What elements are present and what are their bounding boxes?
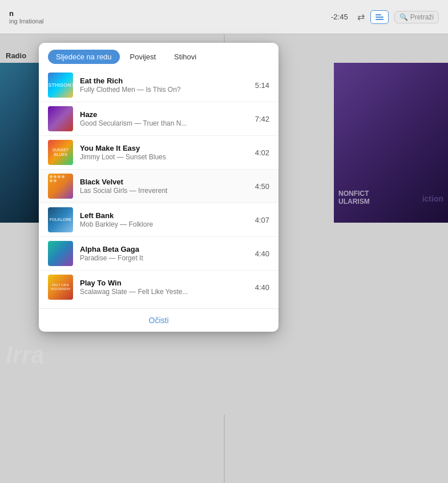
queue-button[interactable] (370, 10, 389, 24)
song-meta-7: Scalawag Slate — Felt Like Yeste... (80, 288, 248, 296)
song-duration-7: 4:40 (255, 283, 269, 292)
search-icon: 🔍 (399, 13, 408, 21)
queue-icon (376, 14, 384, 20)
song-info-5: Left Bank Mob Barkley — Folklore (80, 211, 248, 228)
song-info-3: You Make It Easy Jimmy Loot — Sunset Blu… (80, 144, 248, 161)
song-duration-5: 4:07 (255, 216, 269, 224)
top-bar-icons: ⇄ 🔍 Pretraži (357, 10, 439, 24)
song-title-6: Alpha Beta Gaga (80, 245, 248, 253)
album-art-4 (48, 174, 73, 199)
search-placeholder: Pretraži (410, 13, 434, 21)
list-item[interactable]: SUNSET BLUES You Make It Easy Jimmy Loot… (39, 136, 279, 170)
song-duration-2: 7:42 (255, 115, 269, 123)
time-remaining: -2:45 (331, 13, 348, 21)
shuffle-icon[interactable]: ⇄ (357, 11, 365, 22)
list-item[interactable]: Alpha Beta Gaga Paradise — Forget It 4:4… (39, 237, 279, 271)
song-duration-4: 4:50 (255, 182, 269, 191)
connector-line-bottom (224, 414, 224, 483)
song-list: ISTHISON? Eat the Rich Fully Clothed Men… (39, 64, 279, 308)
album-art-7: FELT LIKE YESTERDAY (48, 275, 73, 300)
album-art-2 (48, 106, 73, 131)
song-title-3: You Make It Easy (80, 144, 248, 152)
tab-next-in-queue[interactable]: Sljedeće na redu (48, 50, 120, 64)
song-duration-3: 4:02 (255, 148, 269, 157)
song-info-6: Alpha Beta Gaga Paradise — Forget It (80, 245, 248, 262)
song-info-1: Eat the Rich Fully Clothed Men — Is This… (80, 77, 248, 94)
tabs-bar: Sljedeće na redu Povijest Stihovi (39, 43, 279, 64)
song-title-5: Left Bank (80, 211, 248, 220)
queue-popup: Sljedeće na redu Povijest Stihovi ISTHIS… (39, 43, 279, 332)
song-meta-3: Jimmy Loot — Sunset Blues (80, 153, 248, 161)
now-playing-info: n ing Irrational (9, 9, 331, 25)
song-title-1: Eat the Rich (80, 77, 248, 85)
album-art-6 (48, 241, 73, 266)
song-meta-6: Paradise — Forget It (80, 254, 248, 262)
song-title-2: Haze (80, 110, 248, 119)
song-info-7: Play To Win Scalawag Slate — Felt Like Y… (80, 279, 248, 296)
list-item[interactable]: Haze Good Secularism — Truer than N... 7… (39, 102, 279, 136)
list-item[interactable]: ISTHISON? Eat the Rich Fully Clothed Men… (39, 69, 279, 102)
bg-irra-text: Irra (6, 341, 45, 369)
song-meta-2: Good Secularism — Truer than N... (80, 119, 248, 127)
track-title: n (9, 9, 331, 18)
clear-button-label: Očisti (149, 316, 169, 325)
album-art-1: ISTHISON? (48, 73, 73, 98)
list-item[interactable]: Black Velvet Las Social Girls — Irrevere… (39, 170, 279, 203)
song-meta-5: Mob Barkley — Folklore (80, 220, 248, 228)
tab-lyrics[interactable]: Stihovi (166, 50, 204, 64)
nonfiction-label: NONFICTULARISM (338, 190, 370, 206)
album-art-3: SUNSET BLUES (48, 140, 73, 165)
bg-album-art-left (0, 63, 43, 223)
list-item[interactable]: FELT LIKE YESTERDAY Play To Win Scalawag… (39, 271, 279, 304)
song-info-2: Haze Good Secularism — Truer than N... (80, 110, 248, 127)
list-item[interactable]: FOLKLORE Left Bank Mob Barkley — Folklor… (39, 203, 279, 237)
top-bar: n ing Irrational -2:45 ⇄ 🔍 Pretraži (0, 0, 448, 34)
song-meta-4: Las Social Girls — Irreverent (80, 187, 248, 195)
song-duration-6: 4:40 (255, 249, 269, 258)
search-bar[interactable]: 🔍 Pretraži (394, 11, 439, 23)
track-subtitle: ing Irrational (9, 18, 331, 25)
tab-history[interactable]: Povijest (122, 50, 164, 64)
song-info-4: Black Velvet Las Social Girls — Irrevere… (80, 178, 248, 195)
clear-button[interactable]: Očisti (39, 308, 279, 332)
bg-fiction-text: iction (422, 194, 443, 203)
song-duration-1: 5:14 (255, 81, 269, 90)
song-meta-1: Fully Clothed Men — Is This On? (80, 86, 248, 94)
song-title-7: Play To Win (80, 279, 248, 287)
song-title-4: Black Velvet (80, 178, 248, 186)
album-art-5: FOLKLORE (48, 207, 73, 232)
sidebar-radio-label: Radio (6, 51, 26, 60)
